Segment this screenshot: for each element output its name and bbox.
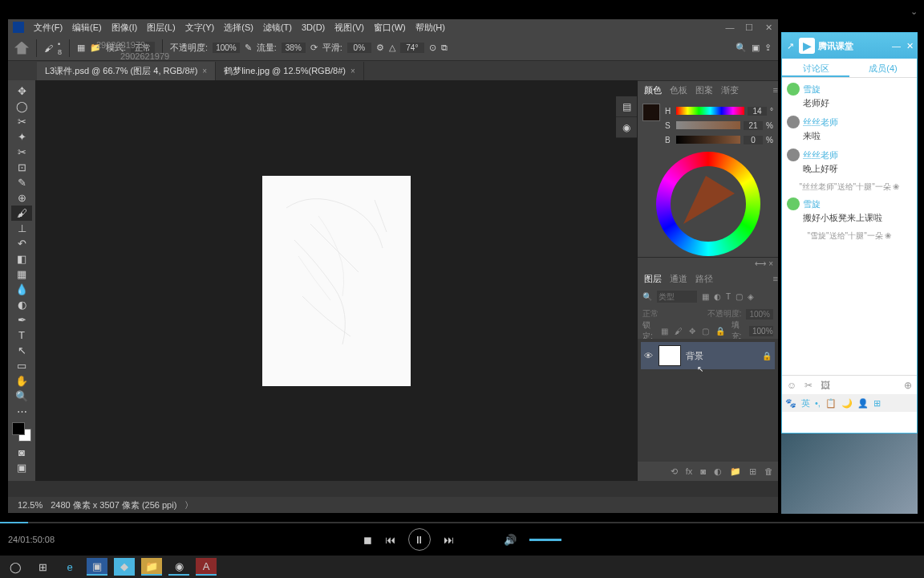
menu-help[interactable]: 帮助(H) xyxy=(411,22,450,34)
filter-smart-icon[interactable]: ◈ xyxy=(748,292,754,301)
document-canvas[interactable] xyxy=(262,176,411,386)
color-wheel[interactable] xyxy=(656,152,760,256)
path-tool[interactable]: ↖ xyxy=(11,343,32,358)
angle-input[interactable]: 74° xyxy=(400,43,424,53)
smooth-input[interactable]: 0% xyxy=(347,43,371,53)
tab-doc1[interactable]: L3课件.psd @ 66.7% (图层 4, RGB/8#)× xyxy=(37,62,216,80)
filter-shape-icon[interactable]: ▢ xyxy=(736,292,743,301)
marquee-tool[interactable]: ◯ xyxy=(11,99,32,114)
dodge-tool[interactable]: ◐ xyxy=(11,297,32,312)
pen-tool[interactable]: ✒ xyxy=(11,312,32,328)
brush-panel-icon[interactable]: ▦ xyxy=(77,43,85,53)
video-thumbnail[interactable] xyxy=(781,434,918,514)
chat-messages[interactable]: 雪旋老师好 丝丝老师来啦 丝丝老师晚上好呀 "丝丝老师"送给"十腿"一朵 ❀ 雪… xyxy=(782,78,917,375)
maximize-button[interactable]: ☐ xyxy=(740,19,759,35)
lock-trans-icon[interactable]: ▦ xyxy=(661,327,668,336)
tab-layers[interactable]: 图层 xyxy=(644,273,662,285)
tab-doc2[interactable]: 鹤梦line.jpg @ 12.5%(RGB/8#)× xyxy=(216,62,364,80)
gradient-tool[interactable]: ▦ xyxy=(11,267,32,282)
visibility-icon[interactable]: 👁 xyxy=(644,351,654,360)
filter-pixel-icon[interactable]: ▦ xyxy=(702,292,709,301)
fx-icon[interactable]: fx xyxy=(686,466,693,476)
panel-menu-icon[interactable]: ≡ xyxy=(773,274,778,283)
flow-input[interactable]: 38% xyxy=(282,43,306,53)
taskbar-app[interactable]: ▣ xyxy=(87,558,107,576)
ime-lang[interactable]: 英 xyxy=(801,397,810,409)
explorer-icon[interactable]: 📁 xyxy=(141,558,162,576)
pressure-size-icon[interactable]: ⊙ xyxy=(429,43,436,53)
group-icon[interactable]: 📁 xyxy=(730,466,741,477)
brush-tool[interactable]: 🖌 xyxy=(11,206,32,221)
popout-icon[interactable]: ↗ xyxy=(787,41,794,51)
menu-window[interactable]: 窗口(W) xyxy=(369,22,411,34)
close-icon[interactable]: × xyxy=(202,67,207,75)
ime-icon[interactable]: 🐾 xyxy=(785,398,796,409)
edge-icon[interactable]: e xyxy=(59,558,80,576)
tab-gradients[interactable]: 渐变 xyxy=(721,84,739,96)
lock-pos-icon[interactable]: ✥ xyxy=(689,327,695,336)
panel-menu-icon[interactable]: ≡ xyxy=(773,85,778,95)
dock-icon[interactable]: ◉ xyxy=(616,117,637,138)
menu-select[interactable]: 选择(S) xyxy=(219,22,258,34)
zoom-tool[interactable]: 🔍 xyxy=(11,389,32,404)
stop-icon[interactable]: ◼ xyxy=(363,534,372,546)
filter-type-icon[interactable]: T xyxy=(726,292,731,301)
eraser-tool[interactable]: ◧ xyxy=(11,251,32,267)
volume-slider[interactable] xyxy=(529,539,561,541)
lock-paint-icon[interactable]: 🖌 xyxy=(675,327,683,336)
sat-slider[interactable] xyxy=(676,121,740,129)
lock-all-icon[interactable]: 🔒 xyxy=(715,327,725,336)
zoom-level[interactable]: 12.5% xyxy=(18,500,43,510)
ime-user[interactable]: 👤 xyxy=(857,398,869,409)
minimize-icon[interactable]: — xyxy=(892,41,901,51)
mask-icon[interactable]: ◙ xyxy=(700,466,706,476)
layer-opacity[interactable]: 100% xyxy=(746,309,773,320)
smooth-gear-icon[interactable]: ⚙ xyxy=(376,43,384,53)
lasso-tool[interactable]: ✂ xyxy=(11,114,32,129)
close-button[interactable]: ✕ xyxy=(759,19,778,35)
gift-icon[interactable]: ⊕ xyxy=(904,380,912,391)
blend-mode[interactable]: 正常 xyxy=(642,308,659,320)
tab-paths[interactable]: 路径 xyxy=(695,273,713,285)
close-icon[interactable]: ✕ xyxy=(906,41,914,51)
start-button[interactable]: ◯ xyxy=(5,558,26,576)
filter-select[interactable] xyxy=(657,291,697,303)
lock-nest-icon[interactable]: ▢ xyxy=(702,327,709,336)
opacity-input[interactable]: 100% xyxy=(213,43,240,53)
delete-icon[interactable]: 🗑 xyxy=(764,466,773,476)
taskbar-app[interactable]: ◉ xyxy=(168,558,189,576)
taskbar-app[interactable]: ◆ xyxy=(114,558,135,576)
image-icon[interactable]: 🖼 xyxy=(821,380,830,391)
menu-layer[interactable]: 图层(L) xyxy=(142,22,180,34)
next-icon[interactable]: ⏭ xyxy=(444,534,454,546)
stamp-tool[interactable]: ⊥ xyxy=(11,221,32,236)
taskbar-app[interactable]: A xyxy=(196,558,217,576)
menu-type[interactable]: 文字(Y) xyxy=(180,22,220,34)
play-pause-button[interactable]: ⏸ xyxy=(408,528,431,551)
shape-tool[interactable]: ▭ xyxy=(11,358,32,373)
quickmask-tool[interactable]: ◙ xyxy=(11,445,32,460)
share-icon[interactable]: ⇪ xyxy=(764,43,772,53)
volume-icon[interactable]: 🔊 xyxy=(504,534,517,546)
crop-tool[interactable]: ✂ xyxy=(11,144,32,160)
ime-punct[interactable]: •, xyxy=(815,398,821,408)
move-tool[interactable]: ✥ xyxy=(11,83,32,99)
new-layer-icon[interactable]: ⊞ xyxy=(749,466,756,477)
canvas-area[interactable] xyxy=(35,80,638,481)
tab-discussion[interactable]: 讨论区 xyxy=(782,59,849,77)
ime-clipboard[interactable]: 📋 xyxy=(825,398,837,409)
minimize-button[interactable]: — xyxy=(720,19,740,35)
hue-slider[interactable] xyxy=(676,107,744,115)
symmetry-icon[interactable]: ⧉ xyxy=(441,43,448,53)
edit-toolbar[interactable]: ⋯ xyxy=(11,404,32,419)
search-icon[interactable]: 🔍 xyxy=(642,292,652,301)
menu-file[interactable]: 文件(F) xyxy=(29,22,67,34)
dock-icon[interactable]: ▤ xyxy=(616,96,637,117)
frame-tool[interactable]: ⊡ xyxy=(11,160,32,175)
browser-dropdown-icon[interactable]: ⌄ xyxy=(910,6,918,17)
search-icon[interactable]: 🔍 xyxy=(736,43,747,53)
task-view-icon[interactable]: ⊞ xyxy=(32,558,53,576)
fill-input[interactable]: 100% xyxy=(749,326,773,336)
adjust-icon[interactable]: ◐ xyxy=(714,466,722,477)
pressure-opacity-icon[interactable]: ✎ xyxy=(245,43,252,53)
